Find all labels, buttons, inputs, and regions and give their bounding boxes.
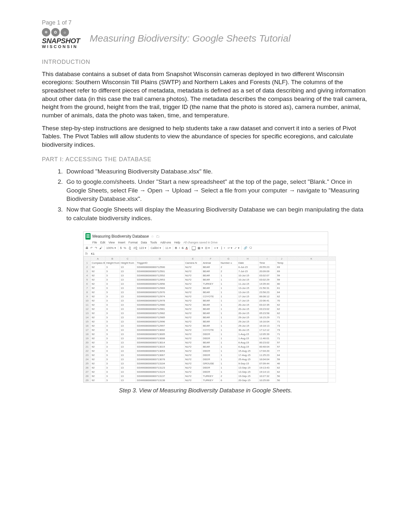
data-cell[interactable]: 59: [276, 278, 287, 282]
col-i[interactable]: I: [258, 257, 276, 261]
data-cell[interactable]: 23:58:23: [258, 290, 276, 294]
italic-button[interactable]: I: [179, 246, 180, 250]
data-cell[interactable]: 29-Jul-15: [237, 324, 258, 328]
data-cell[interactable]: 1: [220, 366, 237, 370]
text-color-button[interactable]: A: [186, 246, 188, 250]
header-cell[interactable]: [287, 261, 336, 265]
col-k[interactable]: K: [287, 257, 336, 261]
data-cell[interactable]: 1: [220, 311, 237, 315]
data-cell[interactable]: NLF2: [184, 336, 202, 340]
data-cell[interactable]: 13: [120, 336, 136, 340]
data-cell[interactable]: [287, 307, 336, 311]
data-cell[interactable]: BEAR: [202, 311, 220, 315]
data-cell[interactable]: 3: [105, 278, 120, 282]
data-cell[interactable]: 1: [220, 286, 237, 290]
data-cell[interactable]: 46: [276, 361, 287, 366]
data-cell[interactable]: 59: [276, 273, 287, 278]
data-cell[interactable]: [287, 320, 336, 324]
data-cell[interactable]: 13: [120, 303, 136, 307]
data-cell[interactable]: NLF2: [184, 332, 202, 336]
row-number[interactable]: 9: [83, 294, 91, 299]
data-cell[interactable]: DEER: [202, 370, 220, 374]
col-e[interactable]: E: [184, 257, 202, 261]
data-cell[interactable]: BEAR: [202, 299, 220, 303]
data-cell[interactable]: 92: [91, 324, 105, 328]
data-cell[interactable]: 1: [220, 307, 237, 311]
data-cell[interactable]: 1-Aug-15: [237, 336, 258, 340]
data-cell[interactable]: 1: [220, 345, 237, 349]
data-cell[interactable]: [287, 324, 336, 328]
data-cell[interactable]: [287, 311, 336, 315]
data-cell[interactable]: [287, 294, 336, 299]
data-cell[interactable]: BEAR: [202, 324, 220, 328]
data-cell[interactable]: NLF2: [184, 315, 202, 320]
data-cell[interactable]: 20-Sep-15: [237, 378, 258, 382]
data-cell[interactable]: 92: [91, 299, 105, 303]
data-cell[interactable]: DEER: [202, 353, 220, 357]
data-cell[interactable]: SSWI000000000712501: [136, 269, 184, 273]
data-cell[interactable]: NLF2: [184, 290, 202, 294]
data-cell[interactable]: [287, 282, 336, 286]
data-cell[interactable]: 20:55:23: [258, 265, 276, 269]
data-cell[interactable]: 1: [220, 299, 237, 303]
data-cell[interactable]: 71: [276, 332, 287, 336]
borders-button[interactable]: ▦ ▾: [198, 246, 203, 250]
data-cell[interactable]: 13: [120, 332, 136, 336]
data-cell[interactable]: SSWI000000000713104: [136, 361, 184, 366]
data-cell[interactable]: 03:22:35: [258, 303, 276, 307]
data-cell[interactable]: BEAR: [202, 269, 220, 273]
row-number[interactable]: 2: [83, 265, 91, 269]
data-cell[interactable]: 13: [120, 290, 136, 294]
data-cell[interactable]: 3: [105, 324, 120, 328]
data-cell[interactable]: NLF2: [184, 286, 202, 290]
data-cell[interactable]: 13: [120, 269, 136, 273]
data-cell[interactable]: 50: [276, 374, 287, 378]
data-cell[interactable]: SSWI000000000713005: [136, 332, 184, 336]
data-cell[interactable]: 16:15:29: [258, 315, 276, 320]
data-cell[interactable]: 10-Jul-15: [237, 278, 258, 282]
data-cell[interactable]: 3: [105, 349, 120, 353]
data-cell[interactable]: 13: [120, 315, 136, 320]
data-cell[interactable]: SSWI000000000712969: [136, 286, 184, 290]
data-cell[interactable]: 20-Jul-15: [237, 311, 258, 315]
data-cell[interactable]: NLF2: [184, 299, 202, 303]
link-icon[interactable]: 🔗: [244, 246, 247, 250]
data-cell[interactable]: 71: [276, 336, 287, 340]
data-cell[interactable]: BEAR: [202, 345, 220, 349]
col-h[interactable]: H: [237, 257, 258, 261]
data-cell[interactable]: 3: [105, 366, 120, 370]
data-cell[interactable]: 64: [276, 353, 287, 357]
data-cell[interactable]: 1-Aug-15: [237, 332, 258, 336]
data-cell[interactable]: 13: [120, 286, 136, 290]
row-number[interactable]: 15: [83, 320, 91, 324]
data-cell[interactable]: 11-Jul-15: [237, 282, 258, 286]
data-cell[interactable]: 92: [91, 361, 105, 366]
data-cell[interactable]: [287, 328, 336, 332]
header-cell[interactable]: Animal: [202, 261, 220, 265]
row-number[interactable]: 23: [83, 353, 91, 357]
data-cell[interactable]: BEAR: [202, 273, 220, 278]
fill-color-button[interactable]: [192, 246, 196, 250]
data-cell[interactable]: 71: [276, 315, 287, 320]
data-cell[interactable]: 1: [220, 361, 237, 366]
data-cell[interactable]: [287, 315, 336, 320]
data-cell[interactable]: 3: [105, 299, 120, 303]
data-cell[interactable]: 57: [276, 340, 287, 345]
data-cell[interactable]: 6: [220, 378, 237, 382]
h-align-button[interactable]: ≡ ▾: [214, 246, 218, 250]
data-cell[interactable]: [287, 378, 336, 382]
row-number[interactable]: 16: [83, 324, 91, 328]
data-cell[interactable]: 3: [105, 315, 120, 320]
data-cell[interactable]: 21:50:31: [258, 286, 276, 290]
data-cell[interactable]: 16:16:04: [258, 320, 276, 324]
row-number[interactable]: 12: [83, 307, 91, 311]
percent-icon[interactable]: %: [124, 246, 126, 250]
data-cell[interactable]: [287, 349, 336, 353]
row-number[interactable]: 28: [83, 374, 91, 378]
data-cell[interactable]: SSWI000000000713137: [136, 374, 184, 378]
data-cell[interactable]: 17:04:20: [258, 349, 276, 353]
wrap-button[interactable]: ↩ ▾: [228, 246, 233, 250]
data-cell[interactable]: 92: [91, 366, 105, 370]
data-cell[interactable]: 12:05:39: [258, 332, 276, 336]
data-cell[interactable]: 3: [105, 340, 120, 345]
